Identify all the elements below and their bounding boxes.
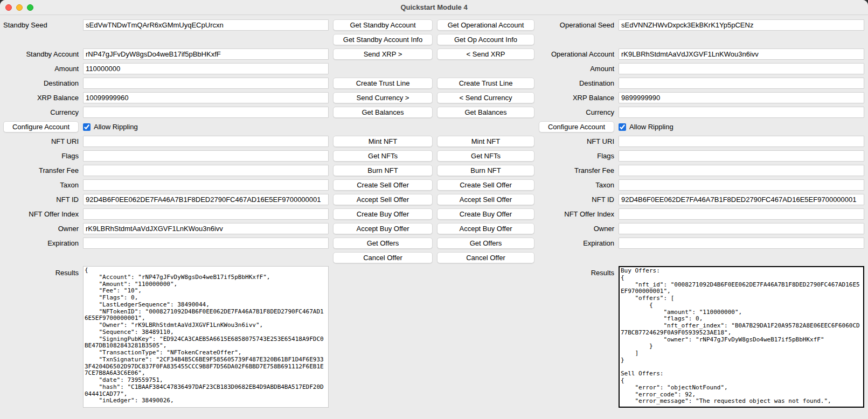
operational-balance-label: XRP Balance [539, 94, 614, 102]
operational-results-textarea[interactable]: Buy Offers: { "nft_id": "0008271092D4B6F… [619, 266, 864, 408]
close-window-button[interactable] [5, 4, 12, 11]
standby-seed-label: Standby Seed [3, 21, 79, 29]
standby-get-offers-button[interactable]: Get Offers [333, 238, 433, 249]
operational-nft-id-input[interactable] [619, 194, 864, 205]
standby-cancel-offer-button[interactable]: Cancel Offer [333, 252, 433, 263]
operational-create-buy-offer-button[interactable]: Create Buy Offer [437, 208, 534, 220]
standby-transfer-fee-input[interactable] [83, 165, 329, 176]
row-nft-id: NFT ID Accept Sell Offer Accept Sell Off… [0, 192, 868, 207]
operational-get-offers-button[interactable]: Get Offers [437, 238, 534, 249]
get-standby-account-button[interactable]: Get Standby Account [333, 19, 433, 31]
row-flags: Flags Get NFTs Get NFTs Flags [0, 149, 868, 163]
standby-results-textarea[interactable]: { "Account": "rNP47gJFvDyW8gsDo4weB17if5… [83, 266, 329, 408]
standby-flags-input[interactable] [83, 150, 329, 162]
minimize-window-button[interactable] [16, 4, 23, 11]
row-nft-offer-index: NFT Offer Index Create Buy Offer Create … [0, 207, 868, 221]
operational-create-sell-offer-button[interactable]: Create Sell Offer [437, 179, 534, 191]
standby-get-nfts-button[interactable]: Get NFTs [333, 150, 433, 162]
standby-amount-input[interactable] [83, 63, 329, 74]
operational-expiration-input[interactable] [619, 238, 864, 249]
standby-seed-input[interactable] [83, 19, 329, 31]
send-xrp-to-operational-button[interactable]: Send XRP > [333, 48, 433, 60]
standby-taxon-label: Taxon [3, 181, 79, 189]
standby-burn-nft-button[interactable]: Burn NFT [333, 165, 433, 176]
operational-amount-input[interactable] [619, 63, 864, 74]
standby-transfer-fee-label: Transfer Fee [3, 166, 79, 174]
operational-nft-offer-index-input[interactable] [619, 208, 864, 220]
standby-balance-label: XRP Balance [3, 94, 79, 102]
operational-get-balances-button[interactable]: Get Balances [437, 107, 534, 118]
standby-expiration-input[interactable] [83, 238, 329, 249]
main-content: Standby Seed Get Standby Account Get Ope… [0, 15, 868, 419]
operational-allow-rippling-label: Allow Rippling [629, 123, 673, 131]
row-cancel-offer: Cancel Offer Cancel Offer [0, 250, 868, 265]
operational-balance-input[interactable] [619, 92, 864, 103]
operational-nft-id-label: NFT ID [539, 195, 614, 204]
operational-create-trust-line-button[interactable]: Create Trust Line [437, 78, 534, 89]
standby-nft-offer-index-input[interactable] [83, 208, 329, 220]
row-nft-uri: NFT URI Mint NFT Mint NFT NFT URI [0, 134, 868, 149]
operational-mint-nft-button[interactable]: Mint NFT [437, 136, 534, 147]
operational-accept-sell-offer-button[interactable]: Accept Sell Offer [437, 194, 534, 205]
standby-mint-nft-button[interactable]: Mint NFT [333, 136, 433, 147]
operational-transfer-fee-input[interactable] [619, 165, 864, 176]
operational-taxon-label: Taxon [539, 181, 614, 189]
operational-accept-buy-offer-button[interactable]: Accept Buy Offer [437, 223, 534, 234]
standby-owner-input[interactable] [83, 223, 329, 234]
standby-balance-input[interactable] [83, 92, 329, 103]
operational-nft-uri-input[interactable] [619, 136, 864, 147]
standby-accept-buy-offer-button[interactable]: Accept Buy Offer [333, 223, 433, 234]
operational-destination-label: Destination [539, 79, 614, 87]
standby-create-trust-line-button[interactable]: Create Trust Line [333, 78, 433, 89]
operational-allow-rippling-checkbox[interactable] [619, 123, 626, 131]
send-currency-to-operational-button[interactable]: Send Currency > [333, 92, 433, 103]
operational-nft-uri-label: NFT URI [539, 137, 614, 145]
operational-owner-input[interactable] [619, 223, 864, 234]
standby-destination-label: Destination [3, 79, 79, 87]
operational-taxon-input[interactable] [619, 179, 864, 191]
standby-owner-label: Owner [3, 225, 79, 233]
standby-accept-sell-offer-button[interactable]: Accept Sell Offer [333, 194, 433, 205]
standby-configure-account-button[interactable]: Configure Account [3, 121, 79, 132]
send-currency-to-standby-button[interactable]: < Send Currency [437, 92, 534, 103]
standby-nft-uri-input[interactable] [83, 136, 329, 147]
standby-currency-input[interactable] [83, 107, 329, 118]
row-owner: Owner Accept Buy Offer Accept Buy Offer … [0, 221, 868, 236]
operational-configure-account-button[interactable]: Configure Account [539, 121, 614, 132]
operational-expiration-label: Expiration [539, 239, 614, 247]
get-operational-account-button[interactable]: Get Operational Account [437, 19, 534, 31]
row-transfer-fee: Transfer Fee Burn NFT Burn NFT Transfer … [0, 163, 868, 178]
operational-flags-label: Flags [539, 152, 614, 160]
standby-create-sell-offer-button[interactable]: Create Sell Offer [333, 179, 433, 191]
standby-allow-rippling-checkbox[interactable] [83, 123, 91, 131]
operational-currency-input[interactable] [619, 107, 864, 118]
standby-destination-input[interactable] [83, 78, 329, 89]
get-standby-account-info-button[interactable]: Get Standby Account Info [333, 34, 433, 45]
operational-destination-input[interactable] [619, 78, 864, 89]
operational-nft-offer-index-label: NFT Offer Index [539, 210, 614, 218]
operational-burn-nft-button[interactable]: Burn NFT [437, 165, 534, 176]
operational-transfer-fee-label: Transfer Fee [539, 166, 614, 174]
zoom-window-button[interactable] [27, 4, 33, 11]
standby-nft-offer-index-label: NFT Offer Index [3, 210, 79, 218]
standby-nft-id-label: NFT ID [3, 195, 79, 204]
operational-flags-input[interactable] [619, 150, 864, 162]
operational-cancel-offer-button[interactable]: Cancel Offer [437, 252, 534, 263]
traffic-lights [5, 0, 33, 15]
operational-get-nfts-button[interactable]: Get NFTs [437, 150, 534, 162]
standby-get-balances-button[interactable]: Get Balances [333, 107, 433, 118]
send-xrp-to-standby-button[interactable]: < Send XRP [437, 48, 534, 60]
operational-seed-input[interactable] [619, 19, 864, 31]
titlebar: Quickstart Module 4 [0, 0, 868, 15]
operational-account-input[interactable] [619, 48, 864, 60]
operational-seed-label: Operational Seed [539, 21, 614, 29]
standby-taxon-input[interactable] [83, 179, 329, 191]
standby-nft-id-input[interactable] [83, 194, 329, 205]
standby-create-buy-offer-button[interactable]: Create Buy Offer [333, 208, 433, 220]
standby-flags-label: Flags [3, 152, 79, 160]
standby-account-input[interactable] [83, 48, 329, 60]
standby-amount-label: Amount [3, 65, 79, 73]
row-results: Results { "Account": "rNP47gJFvDyW8gsDo4… [0, 266, 868, 408]
get-op-account-info-button[interactable]: Get Op Account Info [437, 34, 534, 45]
row-account-info: Get Standby Account Info Get Op Account … [0, 32, 868, 47]
